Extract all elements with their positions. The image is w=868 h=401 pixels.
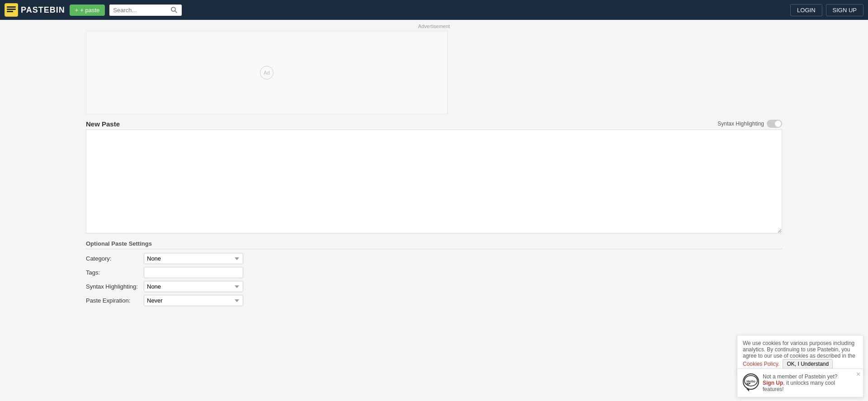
ad-label: Advertisement <box>86 23 782 29</box>
ad-box: Ad <box>86 31 448 114</box>
syntax-highlighting-settings-label: Syntax Highlighting: <box>86 283 140 290</box>
search-button[interactable] <box>168 5 180 15</box>
login-button[interactable]: LOGIN <box>790 4 822 16</box>
syntax-toggle[interactable] <box>767 120 782 128</box>
new-paste-header: New Paste Syntax Highlighting <box>86 116 782 130</box>
paste-textarea[interactable] <box>86 130 782 233</box>
signup-button[interactable]: SIGN UP <box>826 4 863 16</box>
syntax-toggle-area: Syntax Highlighting <box>717 120 782 128</box>
new-paste-button[interactable]: + + paste <box>70 5 105 16</box>
new-paste-title: New Paste <box>86 120 120 128</box>
svg-line-6 <box>175 11 177 13</box>
tags-input[interactable] <box>144 267 243 278</box>
ad-section: Advertisement Ad <box>86 20 782 116</box>
nav-right: LOGIN SIGN UP <box>790 4 863 16</box>
logo-text: PASTEBIN <box>21 5 65 15</box>
logo-link[interactable]: PASTEBIN <box>5 3 65 17</box>
settings-grid: Category: None Tags: Syntax Highlighting… <box>86 253 258 306</box>
search-area <box>109 5 182 16</box>
logo-icon <box>5 3 18 17</box>
svg-rect-3 <box>7 9 16 10</box>
paste-button-label: + paste <box>80 7 99 14</box>
syntax-highlighting-select[interactable]: None <box>144 281 243 292</box>
syntax-highlighting-label: Syntax Highlighting <box>717 121 764 127</box>
category-select[interactable]: None <box>144 253 243 264</box>
navbar: PASTEBIN + + paste LOGIN SIGN UP <box>0 0 868 20</box>
tags-label: Tags: <box>86 269 140 276</box>
svg-rect-4 <box>7 11 13 12</box>
category-label: Category: <box>86 255 140 262</box>
paste-expiration-label: Paste Expiration: <box>86 297 140 304</box>
ad-placeholder: Ad <box>260 66 274 79</box>
svg-rect-2 <box>7 6 16 8</box>
optional-settings-header: Optional Paste Settings <box>86 238 782 249</box>
plus-icon: + <box>75 7 79 14</box>
main-content: Advertisement Ad New Paste Syntax Highli… <box>81 20 787 306</box>
search-input[interactable] <box>109 5 168 16</box>
paste-expiration-select[interactable]: Never <box>144 295 243 306</box>
search-icon <box>171 7 177 13</box>
